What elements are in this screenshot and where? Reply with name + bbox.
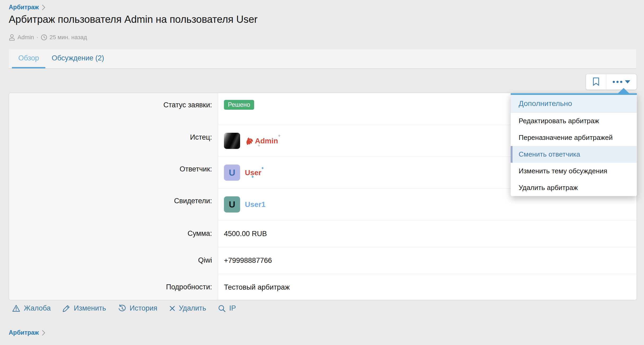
bookmark-button[interactable] [586, 74, 606, 90]
action-label: Жалоба [24, 304, 51, 312]
status-badge: Решено [224, 100, 254, 110]
menu-item-reassign-arbitrages[interactable]: Переназначение арбитражей [511, 129, 637, 146]
row-label: Ответчик: [9, 157, 218, 188]
avatar-initial: U [229, 199, 235, 210]
sparkle-icon: ✧ [258, 144, 261, 147]
edit-button[interactable]: Изменить [62, 304, 106, 312]
tab-bar: Обзор Обсуждение (2) [9, 49, 636, 69]
sparkle-icon: ✦ [261, 166, 264, 170]
breadcrumb-link-arbitrage[interactable]: Арбитраж [9, 329, 39, 336]
menu-header: Дополнительно [511, 95, 637, 113]
action-label: IP [229, 304, 236, 312]
ip-button[interactable]: IP [218, 304, 236, 312]
delete-button[interactable]: Удалить [169, 304, 206, 312]
breadcrumb: Арбитраж [9, 4, 45, 11]
menu-item-change-defendant[interactable]: Сменить ответчика [511, 146, 637, 163]
detail-row-details: Подробности: Тестовый арбитраж [9, 274, 637, 300]
avatar-user[interactable]: U [224, 165, 240, 181]
meta-separator: · [36, 34, 38, 41]
history-icon [118, 304, 126, 312]
page: Арбитраж Арбитраж пользователя Admin на … [0, 0, 644, 345]
row-label: Истец: [9, 125, 218, 157]
action-label: История [130, 304, 157, 312]
avatar-admin[interactable] [224, 133, 240, 149]
user-link-user1[interactable]: User1 [245, 200, 266, 209]
menu-item-edit-arbitrage[interactable]: Редактировать арбитраж [511, 113, 637, 129]
row-value: Тестовый арбитраж [218, 274, 637, 300]
tab-discussion[interactable]: Обсуждение (2) [45, 49, 111, 68]
warning-icon [12, 304, 20, 312]
clock-icon [41, 34, 47, 41]
pencil-icon [62, 304, 70, 312]
search-icon [218, 304, 226, 312]
user-link-user[interactable]: User ✦ ✦ [245, 169, 261, 177]
row-value: +79998887766 [218, 247, 637, 274]
bookmark-icon [592, 77, 600, 87]
menu-item-delete-arbitrage[interactable]: Удалить арбитраж [511, 179, 637, 196]
username: User1 [245, 200, 266, 209]
tab-overview[interactable]: Обзор [12, 49, 45, 68]
report-button[interactable]: Жалоба [12, 304, 51, 312]
breadcrumb-link-arbitrage[interactable]: Арбитраж [9, 4, 39, 11]
sparkle-icon: ✦ [278, 134, 281, 138]
person-icon [9, 34, 15, 41]
row-label: Сумма: [9, 220, 218, 247]
user-link-admin[interactable]: Admin ✦ ✧ [245, 136, 278, 146]
detail-row-amount: Сумма: 4500.00 RUB [9, 220, 637, 247]
row-value: 4500.00 RUB [218, 220, 637, 247]
timestamp[interactable]: 25 мин. назад [50, 34, 87, 41]
chevron-right-icon [42, 330, 45, 336]
dragon-icon [245, 136, 254, 146]
row-label: Qiwi [9, 247, 218, 274]
author-name[interactable]: Admin [17, 34, 34, 41]
page-meta: Admin · 25 мин. назад [9, 34, 87, 41]
toolbar [586, 74, 637, 90]
ellipsis-icon [613, 81, 622, 83]
avatar-user1[interactable]: U [224, 196, 240, 213]
x-icon [169, 305, 175, 312]
row-label: Подробности: [9, 274, 218, 300]
avatar-initial: U [229, 167, 235, 178]
chevron-right-icon [42, 5, 45, 10]
breadcrumb-bottom: Арбитраж [9, 329, 45, 336]
sparkle-icon: ✦ [251, 175, 254, 179]
action-label: Изменить [74, 304, 106, 312]
action-label: Удалить [179, 304, 206, 312]
menu-item-change-topic[interactable]: Изменить тему обсуждения [511, 163, 637, 179]
history-button[interactable]: История [118, 304, 157, 312]
action-bar: Жалоба Изменить История Удалить IP [12, 304, 236, 312]
detail-row-qiwi: Qiwi +79998887766 [9, 247, 637, 274]
row-label: Свидетели: [9, 188, 218, 220]
caret-up-icon [618, 88, 629, 94]
row-label: Статус заявки: [9, 93, 218, 125]
more-menu-dropdown: Дополнительно Редактировать арбитраж Пер… [511, 93, 637, 196]
caret-down-icon [625, 80, 630, 83]
more-menu-button[interactable] [606, 74, 637, 90]
page-title: Арбитраж пользователя Admin на пользоват… [9, 14, 258, 25]
